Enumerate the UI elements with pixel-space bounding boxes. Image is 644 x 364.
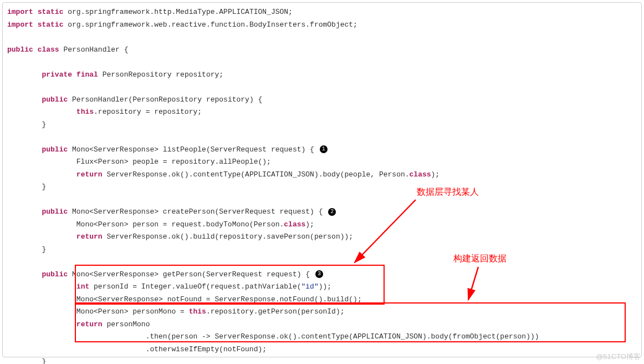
code-block: import static org.springframework.http.M… <box>7 6 637 364</box>
kw-import: import <box>7 8 33 16</box>
code-text: Mono<Person> personMono = <box>7 307 189 316</box>
kw-class: class <box>284 220 305 229</box>
kw-this: this <box>189 307 206 316</box>
code-text: .repository.getPerson(personId); <box>206 307 345 316</box>
kw-public: public <box>42 95 68 104</box>
code-text: } <box>7 245 46 254</box>
kw-int: int <box>76 282 89 291</box>
code-text: Mono<ServerResponse> notFound = ServerRe… <box>7 295 362 304</box>
kw-class: class <box>410 170 431 179</box>
code-text: personMono <box>103 320 150 328</box>
kw-this: this <box>76 108 94 116</box>
kw-class: class <box>38 46 59 54</box>
annotation-build-return: 构建返回数据 <box>453 253 507 265</box>
kw-public: public <box>42 208 68 216</box>
kw-public: public <box>7 46 33 54</box>
code-text: } <box>7 120 46 129</box>
watermark: @51CTO博客 <box>596 352 641 362</box>
code-text: Mono<ServerResponse> getPerson(ServerReq… <box>68 270 314 279</box>
kw-private: private <box>42 70 72 79</box>
kw-return: return <box>76 170 103 179</box>
str-id: "id" <box>301 282 319 291</box>
code-text: } <box>7 357 46 364</box>
code-text: ); <box>431 170 440 179</box>
code-text: Mono<Person> person = request.bodyToMono… <box>7 220 284 229</box>
kw-public: public <box>42 270 68 279</box>
code-text: ServerResponse.ok().contentType(APPLICAT… <box>103 170 410 179</box>
kw-return: return <box>76 232 103 241</box>
kw-import: import <box>7 21 33 29</box>
code-text: } <box>7 183 46 191</box>
kw-return: return <box>76 320 103 328</box>
code-text: .otherwiseIfEmpty(notFound); <box>7 345 267 353</box>
code-text: Flux<Person> people = repository.allPeop… <box>7 158 271 166</box>
kw-final: final <box>76 70 98 79</box>
code-text: ); <box>305 220 314 229</box>
code-text: org.springframework.http.MediaType.APPLI… <box>63 8 292 16</box>
code-text: ServerResponse.ok().build(repository.sav… <box>103 232 353 241</box>
badge-3: 3 <box>315 270 323 278</box>
code-text: .repository = repository; <box>94 108 202 116</box>
kw-static: static <box>38 8 64 16</box>
code-text: PersonHandler(PersonRepository repositor… <box>68 95 262 104</box>
code-container: import static org.springframework.http.M… <box>2 2 642 357</box>
code-text: .then(person -> ServerResponse.ok().cont… <box>7 332 539 341</box>
code-text: PersonRepository repository; <box>98 70 223 79</box>
code-text: Mono<ServerResponse> listPeople(ServerRe… <box>68 145 318 154</box>
badge-1: 1 <box>320 145 328 153</box>
code-text: personId = Integer.valueOf(request.pathV… <box>89 282 301 291</box>
code-text: )); <box>319 282 331 291</box>
kw-static: static <box>38 21 64 29</box>
code-text: PersonHandler { <box>59 46 129 54</box>
badge-2: 2 <box>328 208 336 216</box>
kw-public: public <box>42 145 68 154</box>
code-text: Mono<ServerResponse> createPerson(Server… <box>68 208 327 216</box>
code-text: org.springframework.web.reactive.functio… <box>63 21 357 29</box>
annotation-find-person: 数据层寻找某人 <box>417 186 479 198</box>
